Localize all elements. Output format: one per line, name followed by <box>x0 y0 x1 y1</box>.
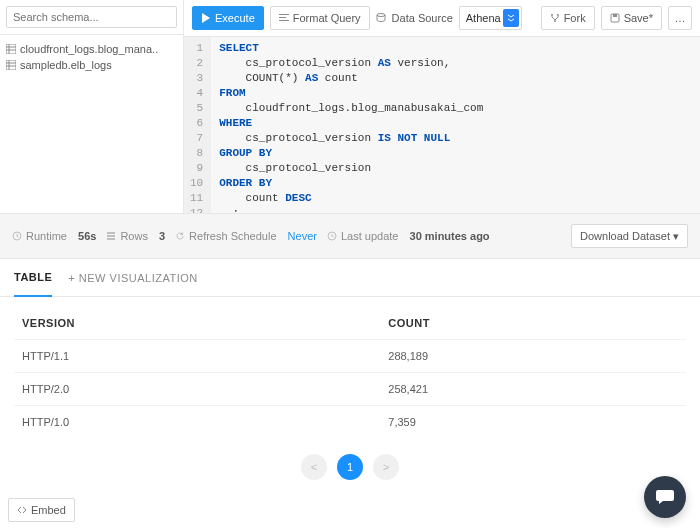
database-icon <box>376 13 386 23</box>
svg-rect-9 <box>279 14 289 15</box>
svg-marker-8 <box>202 13 210 23</box>
embed-button[interactable]: Embed <box>8 498 75 522</box>
more-icon: … <box>675 12 686 24</box>
save-button[interactable]: Save* <box>601 6 662 30</box>
svg-rect-17 <box>613 14 617 17</box>
svg-point-13 <box>551 14 553 16</box>
schema-table-label: sampledb.elb_logs <box>20 59 112 71</box>
svg-rect-20 <box>107 235 115 237</box>
svg-rect-11 <box>279 20 289 21</box>
sql-editor[interactable]: 12345678910111213 SELECT cs_protocol_ver… <box>184 37 700 213</box>
format-query-label: Format Query <box>293 12 361 24</box>
embed-label: Embed <box>31 504 66 516</box>
svg-point-14 <box>557 14 559 16</box>
schema-sidebar: cloudfront_logs.blog_mana..sampledb.elb_… <box>0 0 184 213</box>
pager-prev-button[interactable]: < <box>301 454 327 480</box>
rows-status: Rows 3 <box>106 230 165 242</box>
schema-table-label: cloudfront_logs.blog_mana.. <box>20 43 158 55</box>
editor-code: SELECT cs_protocol_version AS version, C… <box>211 37 491 213</box>
column-header[interactable]: COUNT <box>380 307 686 340</box>
fork-button[interactable]: Fork <box>541 6 595 30</box>
fork-label: Fork <box>564 12 586 24</box>
search-input[interactable] <box>6 6 177 28</box>
svg-rect-19 <box>107 232 115 234</box>
pagination: < 1 > <box>14 438 686 490</box>
refresh-status[interactable]: Refresh Schedule Never <box>175 230 317 242</box>
dropdown-caret-icon <box>503 9 519 27</box>
table-row: HTTP/1.1288,189 <box>14 340 686 373</box>
table-row: HTTP/1.07,359 <box>14 406 686 439</box>
format-query-button[interactable]: Format Query <box>270 6 370 30</box>
runtime-status: Runtime 56s <box>12 230 96 242</box>
table-header-row: VERSIONCOUNT <box>14 307 686 340</box>
lastupdate-status: Last update 30 minutes ago <box>327 230 490 242</box>
play-icon <box>201 13 211 23</box>
datasource-select[interactable]: Athena <box>459 6 522 30</box>
execute-button[interactable]: Execute <box>192 6 264 30</box>
column-header[interactable]: VERSION <box>14 307 380 340</box>
clock-icon <box>12 231 22 241</box>
svg-rect-4 <box>6 60 16 70</box>
table-cell: 288,189 <box>380 340 686 373</box>
results-table: VERSIONCOUNT HTTP/1.1288,189HTTP/2.0258,… <box>14 307 686 438</box>
pager-page-1-button[interactable]: 1 <box>337 454 363 480</box>
save-icon <box>610 13 620 23</box>
table-cell: HTTP/2.0 <box>14 373 380 406</box>
table-cell: 7,359 <box>380 406 686 439</box>
execute-label: Execute <box>215 12 255 24</box>
chat-widget-button[interactable] <box>644 476 686 518</box>
svg-rect-0 <box>6 44 16 54</box>
table-icon <box>6 60 16 70</box>
tab-table[interactable]: TABLE <box>14 259 52 297</box>
refresh-icon <box>175 231 185 241</box>
toolbar: Execute Format Query Data Source Athena … <box>184 0 700 37</box>
fork-icon <box>550 13 560 23</box>
code-icon <box>17 505 27 515</box>
datasource-label: Data Source <box>392 12 453 24</box>
table-row: HTTP/2.0258,421 <box>14 373 686 406</box>
table-cell: HTTP/1.0 <box>14 406 380 439</box>
table-cell: 258,421 <box>380 373 686 406</box>
download-dataset-button[interactable]: Download Dataset ▾ <box>571 224 688 248</box>
editor-gutter: 12345678910111213 <box>184 37 211 213</box>
result-tabs: TABLE + NEW VISUALIZATION <box>0 259 700 297</box>
tab-new-visualization[interactable]: + NEW VISUALIZATION <box>68 259 197 297</box>
table-icon <box>6 44 16 54</box>
svg-rect-21 <box>107 238 115 240</box>
chat-icon <box>655 486 675 509</box>
format-icon <box>279 13 289 23</box>
pager-next-button[interactable]: > <box>373 454 399 480</box>
clock-icon <box>327 231 337 241</box>
rows-icon <box>106 231 116 241</box>
datasource-value: Athena <box>466 12 501 24</box>
schema-list: cloudfront_logs.blog_mana..sampledb.elb_… <box>0 35 183 79</box>
table-cell: HTTP/1.1 <box>14 340 380 373</box>
schema-table-item[interactable]: cloudfront_logs.blog_mana.. <box>6 41 177 57</box>
results-panel: VERSIONCOUNT HTTP/1.1288,189HTTP/2.0258,… <box>0 297 700 490</box>
save-label: Save* <box>624 12 653 24</box>
svg-point-12 <box>377 14 385 17</box>
svg-rect-10 <box>279 17 286 18</box>
schema-table-item[interactable]: sampledb.elb_logs <box>6 57 177 73</box>
status-bar: Runtime 56s Rows 3 Refresh Schedule Neve… <box>0 214 700 259</box>
more-button[interactable]: … <box>668 6 692 30</box>
